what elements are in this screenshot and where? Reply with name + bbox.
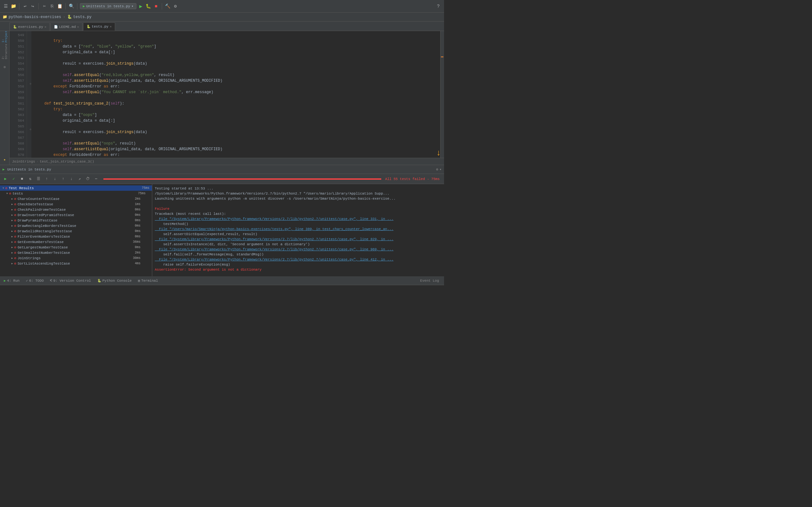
test-case-join-strings[interactable]: ▶ ⊘ JoinStrings 30ms — [0, 256, 152, 261]
bottom-panel-content: ▼ ⊘ Test Results 75ms ▼ ⊘ tests 75ms — [0, 184, 444, 276]
case-label-10: GetLargestNumberTestCase — [17, 245, 67, 249]
sidebar-icon-project[interactable]: 1: Project — [1, 32, 9, 41]
panel-settings: ⚙ ▾ — [436, 167, 442, 171]
sidebar-icon-star[interactable]: ★ — [1, 155, 9, 164]
stop-button[interactable]: ■ — [153, 3, 159, 9]
test-case-draw-inverted[interactable]: ▶ ⊘ DrawInvertedPyramidTestCase 0ms — [0, 212, 152, 218]
filter-btn1[interactable]: ⇅ — [27, 176, 34, 182]
undo-icon[interactable]: ↩ — [22, 3, 28, 9]
debug-button[interactable]: 🐛 — [145, 3, 152, 9]
project-name[interactable]: python-basics-exercises — [9, 15, 61, 19]
test-case-palindrome[interactable]: ▶ ⊘ CheckPalindromeTestCase 0ms — [0, 207, 152, 212]
code-content[interactable]: try: data = ["red", "blue", "yellow", "g… — [32, 31, 440, 158]
console-line-15[interactable]: File "/System/Library/Frameworks/Python.… — [155, 257, 442, 262]
filter-btn2[interactable]: ☰ — [35, 176, 42, 182]
run-button[interactable]: ▶ — [138, 3, 144, 9]
test-results-time: 75ms — [142, 186, 149, 190]
search-icon[interactable]: 🔍 — [68, 3, 74, 9]
test-suite-item[interactable]: ▼ ⊘ tests 75ms — [0, 191, 152, 196]
paste-icon[interactable]: 📋 — [56, 3, 63, 9]
copy-icon[interactable]: ⎘ — [49, 3, 55, 9]
menu-icon[interactable]: ☰ — [3, 3, 9, 9]
panel-settings-gear[interactable]: ⚙ — [436, 167, 438, 171]
python-console-icon: 🐍 — [97, 279, 101, 283]
sidebar-icon-tools[interactable]: ⚙ — [1, 63, 9, 71]
export-btn[interactable]: ↗ — [76, 176, 83, 182]
cut-icon[interactable]: ✂ — [41, 3, 48, 9]
case-time-13: 4ms — [135, 262, 141, 265]
panel-tab-vcs[interactable]: ⑆ 9: Version Control — [49, 278, 92, 283]
tab-close-tests[interactable]: ✕ — [110, 25, 112, 29]
test-case-chars-counter[interactable]: ▶ ⊘ CharsCounterTestCase 2ms — [0, 196, 152, 202]
tab-leeme-md[interactable]: 📄 LEEME.md ✕ — [50, 22, 83, 31]
test-case-rect-borders[interactable]: ▶ ⊘ DrawRectangleBordersTestCase 0ms — [0, 223, 152, 228]
console-line-7[interactable]: File "/System/Library/Frameworks/Python.… — [155, 216, 442, 222]
case-expand-icon-5: ▶ — [11, 219, 13, 222]
scroll-marker-1 — [441, 56, 444, 57]
panel-tab-run[interactable]: ▶ 4: Run — [3, 278, 21, 283]
rerun-failed-btn[interactable]: ✓ — [10, 176, 17, 182]
case-error-icon-9: ⊘ — [14, 240, 16, 244]
next-fail-btn[interactable]: ↓ — [68, 176, 75, 182]
folder-icon[interactable]: 📁 — [10, 3, 16, 9]
history-btn[interactable]: ⏱ — [84, 176, 91, 182]
tab-close-leeme[interactable]: ✕ — [77, 25, 79, 29]
prev-fail-btn[interactable]: ↑ — [60, 176, 67, 182]
run-tests-btn[interactable]: ▶ — [2, 176, 9, 182]
tab-tests-py[interactable]: 🐍 tests.py ✕ — [83, 22, 115, 31]
todo-tab-icon: ✓ — [26, 279, 28, 283]
test-case-get-largest[interactable]: ▶ ⊘ GetLargestNumberTestCase 0ms — [0, 245, 152, 250]
case-time-1: 2ms — [135, 197, 141, 201]
test-case-sort-asc[interactable]: ▶ ⊘ SortListAscendingTestCase 4ms — [0, 261, 152, 266]
test-case-filter-even[interactable]: ▶ ⊘ FilterEvenNumbersTestCase 0ms — [0, 234, 152, 239]
gutter-icon-560: ○ — [30, 82, 32, 86]
test-toolbar: ▶ ✓ ■ ⇅ ☰ ↑ ↓ ↑ ↓ ↗ ⏱ ⋯ All 55 tests fai… — [0, 174, 444, 184]
panel-tab-terminal[interactable]: ▤ Terminal — [137, 278, 159, 283]
test-case-check-date[interactable]: ▶ ⊘ CheckDateTestCase 1ms — [0, 202, 152, 207]
file-name[interactable]: tests.py — [73, 15, 92, 19]
tab-exercises-py[interactable]: 🐍 exercises.py ✕ — [9, 22, 50, 31]
console-line-11[interactable]: File "/System/Library/Frameworks/Python.… — [155, 237, 442, 242]
settings-icon[interactable]: ⚙ — [172, 3, 179, 9]
more-btn[interactable]: ⋯ — [93, 176, 100, 182]
test-root-item[interactable]: ▼ ⊘ Test Results 75ms — [0, 185, 152, 191]
test-case-get-even[interactable]: ▶ ⊘ GetEvenNumbersTestCase 36ms — [0, 239, 152, 245]
test-case-get-smallest[interactable]: ▶ ⊘ GetSmallestNumberTestCase 2ms — [0, 250, 152, 256]
console-line-9[interactable]: File "/Users/mario/SmartNinja/python-bas… — [155, 227, 442, 232]
panel-minimize[interactable]: ▾ — [439, 167, 442, 171]
jump-indicator-arrow: ↓ — [436, 148, 441, 158]
panel-tab-python-console[interactable]: 🐍 Python Console — [96, 278, 133, 283]
event-log-link[interactable]: Event Log — [420, 279, 442, 283]
test-case-draw-pyramid[interactable]: ▶ ⊘ DrawPyramidTestCase 0ms — [0, 218, 152, 223]
help-icon[interactable]: ? — [435, 3, 442, 9]
toolbar-sep-5 — [162, 3, 162, 9]
console-line-13[interactable]: File "/System/Library/Frameworks/Python.… — [155, 247, 442, 252]
case-expand-icon-12: ▶ — [11, 257, 13, 260]
case-error-icon-11: ⊘ — [14, 250, 16, 255]
suite-label: tests — [12, 192, 23, 195]
case-time-10: 0ms — [135, 245, 141, 249]
main-toolbar: ☰ 📁 ↩ ↪ ✂ ⎘ 📋 🔍 ▶ Unittests in tests.py … — [0, 0, 444, 13]
case-error-icon-6: ⊘ — [14, 224, 16, 228]
test-case-solid-rect[interactable]: ▶ ⊘ DrawSolidRectangleTestCase 0ms — [0, 228, 152, 234]
panel-tab-todo[interactable]: ✓ 6: TODO — [25, 278, 45, 283]
project-bar: 📁 python-basics-exercises › 🐍 tests.py — [0, 13, 444, 21]
case-expand-icon-13: ▶ — [11, 262, 13, 265]
right-scrollbar[interactable]: ↓ — [440, 31, 444, 158]
editor-breadcrumb: JoinStrings › test_join_strings_case_3() — [9, 158, 444, 165]
run-config-selector[interactable]: ▶ Unittests in tests.py ▾ — [80, 3, 136, 9]
stop-tests-btn[interactable]: ■ — [18, 176, 26, 182]
tab-icon-tests: 🐍 — [87, 25, 90, 29]
redo-icon[interactable]: ↪ — [30, 3, 36, 9]
build-icon[interactable]: 🔨 — [165, 3, 171, 9]
expand-all-btn[interactable]: ↑ — [43, 176, 50, 182]
tab-close-exercises[interactable]: ✕ — [44, 25, 46, 29]
sidebar-icon-structure[interactable]: 2: Structure — [1, 48, 9, 56]
case-expand-icon-6: ▶ — [11, 224, 13, 227]
collapse-all-btn[interactable]: ↓ — [51, 176, 58, 182]
suite-error-icon: ⊘ — [9, 191, 11, 195]
console-line-12: self.assertIsInstance(d2, dict, 'Second … — [155, 242, 442, 247]
console-line-10: self.assertDictEqual(expected_result, re… — [155, 232, 442, 237]
case-expand-icon-2: ▶ — [11, 203, 13, 206]
case-expand-icon-10: ▶ — [11, 246, 13, 249]
